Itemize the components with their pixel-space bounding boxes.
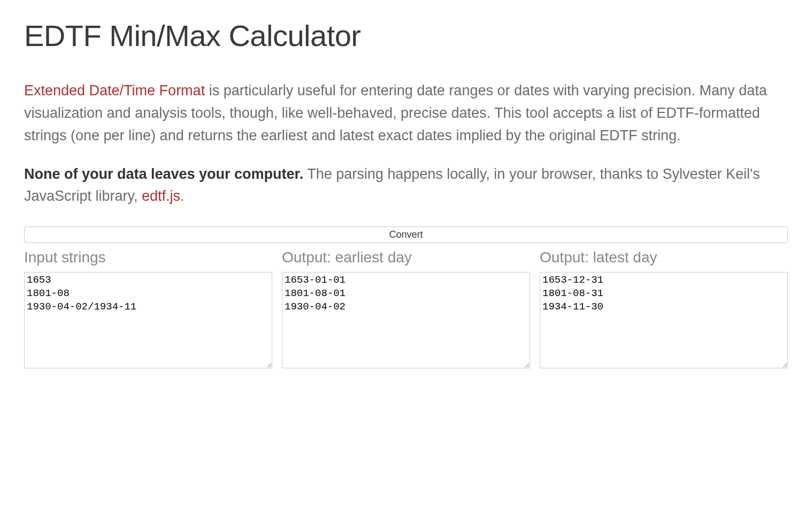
input-column: Input strings (24, 246, 272, 372)
latest-column: Output: latest day (540, 246, 788, 372)
privacy-bold: None of your data leaves your computer. (24, 166, 303, 182)
earliest-textarea[interactable] (282, 272, 530, 368)
page-title: EDTF Min/Max Calculator (24, 13, 788, 58)
edtfjs-link[interactable]: edtf.js (142, 188, 180, 204)
latest-header: Output: latest day (540, 246, 788, 269)
input-header: Input strings (24, 246, 272, 269)
earliest-column: Output: earliest day (282, 246, 530, 372)
latest-textarea[interactable] (540, 272, 788, 368)
edtf-link[interactable]: Extended Date/Time Format (24, 82, 205, 99)
privacy-paragraph: None of your data leaves your computer. … (24, 163, 788, 208)
input-textarea[interactable] (24, 272, 272, 368)
privacy-after: . (180, 188, 185, 204)
intro-paragraph: Extended Date/Time Format is particularl… (24, 80, 788, 147)
convert-button[interactable]: Convert (24, 226, 788, 243)
columns-container: Input strings Output: earliest day Outpu… (24, 246, 788, 372)
earliest-header: Output: earliest day (282, 246, 530, 269)
